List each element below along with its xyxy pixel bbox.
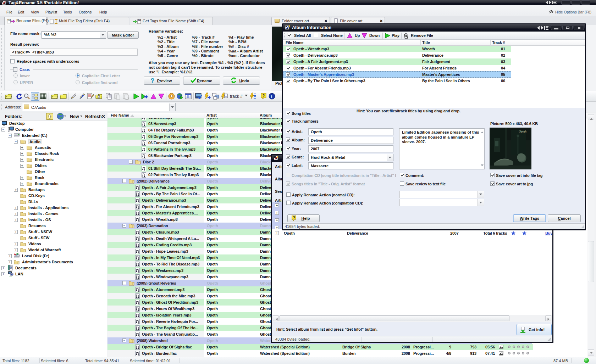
svg-text:Opeth: Opeth	[519, 130, 526, 133]
svg-text:?: ?	[263, 94, 265, 98]
svg-text:i: i	[271, 94, 272, 99]
svg-text:?: ?	[293, 216, 295, 220]
svg-text:TAG: TAG	[7, 19, 11, 21]
svg-text:TAG: TAG	[138, 19, 141, 21]
svg-text:?: ?	[151, 78, 154, 84]
